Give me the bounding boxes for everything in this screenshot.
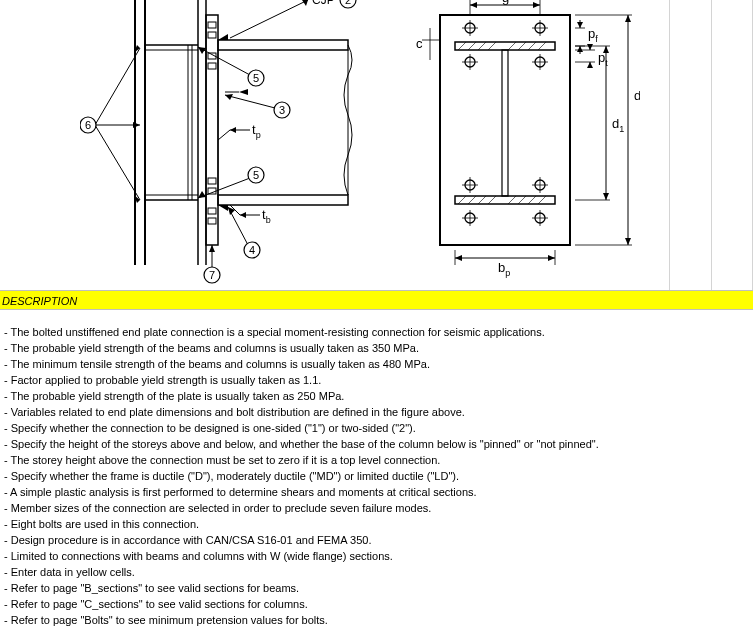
svg-marker-115 [603, 193, 609, 200]
svg-line-44 [218, 130, 230, 140]
cjp-label: CJP [312, 0, 335, 7]
svg-line-58 [528, 42, 536, 50]
svg-line-33 [225, 95, 275, 108]
d2-label: d2 [634, 88, 640, 106]
svg-line-59 [538, 42, 546, 50]
svg-line-23 [95, 48, 140, 125]
svg-line-53 [468, 42, 476, 50]
svg-line-61 [468, 196, 476, 204]
description-header: DESCRIPTION [0, 290, 753, 310]
desc-line: - Refer to page "C_sections" to see vali… [0, 596, 753, 612]
callout-3-label: 3 [279, 104, 285, 116]
svg-line-65 [518, 196, 526, 204]
svg-marker-124 [455, 255, 462, 261]
svg-rect-6 [218, 195, 348, 205]
svg-line-57 [518, 42, 526, 50]
callout-5b-label: 5 [253, 169, 259, 181]
desc-line: - Specify whether the connection to be d… [0, 420, 753, 436]
svg-marker-93 [470, 2, 477, 8]
desc-line: - Refer to page "B_sections" to see vali… [0, 580, 753, 596]
left-elevation-view: 6 CJP 2 5 3 [80, 0, 356, 283]
desc-line: - The probable yield strength of the pla… [0, 388, 753, 404]
svg-marker-110 [587, 62, 593, 68]
tp-label: tp [252, 122, 261, 140]
pf-label: pf [588, 26, 598, 44]
svg-line-55 [488, 42, 496, 50]
svg-rect-5 [218, 40, 348, 50]
right-plate-view: g c pf pt [416, 0, 640, 278]
svg-marker-94 [533, 2, 540, 8]
svg-rect-49 [455, 42, 555, 50]
svg-marker-120 [625, 238, 631, 245]
desc-line: - The bolted unstiffened end plate conne… [0, 324, 753, 340]
svg-rect-16 [208, 32, 216, 38]
svg-marker-119 [625, 15, 631, 22]
callout-5a-label: 5 [253, 72, 259, 84]
desc-line: - The minimum tensile strength of the be… [0, 356, 753, 372]
svg-marker-102 [577, 22, 583, 28]
callout-7-label: 7 [209, 269, 215, 281]
svg-line-62 [478, 196, 486, 204]
connection-diagram: 6 CJP 2 5 3 [80, 0, 640, 290]
svg-line-67 [538, 196, 546, 204]
spacer [0, 310, 753, 324]
svg-line-29 [230, 0, 308, 38]
svg-marker-41 [209, 245, 215, 252]
desc-line: - The storey height above the connection… [0, 452, 753, 468]
svg-line-63 [488, 196, 496, 204]
svg-marker-43 [230, 127, 236, 133]
desc-line: - Refer to page "Bolts" to see minimum p… [0, 612, 753, 628]
svg-rect-50 [455, 196, 555, 204]
svg-marker-37 [198, 191, 206, 198]
svg-line-52 [458, 42, 466, 50]
desc-line: - The probable yield strength of the bea… [0, 340, 753, 356]
svg-line-60 [458, 196, 466, 204]
svg-rect-51 [502, 50, 508, 196]
desc-line: - A simple plastic analysis is first per… [0, 484, 753, 500]
svg-marker-104 [577, 46, 583, 52]
svg-marker-125 [548, 255, 555, 261]
svg-rect-18 [208, 63, 216, 69]
svg-rect-15 [208, 22, 216, 28]
desc-line: - Design procedure is in accordance with… [0, 532, 753, 548]
bp-label: bp [498, 260, 510, 278]
d1-label: d1 [612, 116, 624, 134]
desc-line: - Factor applied to probable yield stren… [0, 372, 753, 388]
svg-marker-108 [587, 44, 593, 50]
svg-rect-22 [208, 218, 216, 224]
callout-6-label: 6 [85, 119, 91, 131]
svg-marker-46 [240, 212, 246, 218]
svg-line-56 [508, 42, 516, 50]
description-list: - The bolted unstiffened end plate conne… [0, 324, 753, 628]
spacer [0, 628, 753, 641]
callout-4-label: 4 [249, 244, 255, 256]
spreadsheet-grid-area: 6 CJP 2 5 3 [0, 0, 753, 290]
c-label: c [416, 36, 423, 51]
svg-marker-27 [133, 122, 140, 128]
g-label: g [502, 0, 509, 5]
desc-line: - Variables related to end plate dimensi… [0, 404, 753, 420]
desc-line: - Limited to connections with beams and … [0, 548, 753, 564]
tb-label: tb [262, 207, 271, 225]
callout-2-label: 2 [345, 0, 351, 6]
svg-line-64 [508, 196, 516, 204]
desc-line: - Specify whether the frame is ductile (… [0, 468, 753, 484]
svg-marker-35 [239, 89, 248, 95]
svg-line-66 [528, 196, 536, 204]
svg-line-54 [478, 42, 486, 50]
svg-rect-19 [208, 178, 216, 184]
desc-line: - Eight bolts are used in this connectio… [0, 516, 753, 532]
desc-line: - Enter data in yellow cells. [0, 564, 753, 580]
svg-rect-21 [208, 208, 216, 214]
svg-line-25 [95, 125, 140, 200]
desc-line: - Specify the height of the storeys abov… [0, 436, 753, 452]
desc-line: - Member sizes of the connection are sel… [0, 500, 753, 516]
